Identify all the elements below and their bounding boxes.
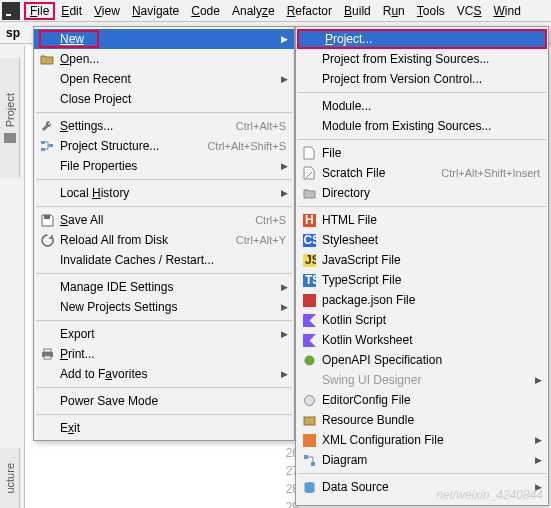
menubar-view[interactable]: View — [88, 2, 126, 20]
menu-save-all[interactable]: Save AllCtrl+S — [34, 210, 294, 230]
folder-icon — [300, 185, 318, 201]
save-icon — [38, 212, 56, 228]
svg-rect-1 — [6, 14, 11, 16]
app-icon — [2, 2, 20, 20]
svg-point-18 — [304, 355, 314, 365]
svg-text:JS: JS — [305, 254, 316, 267]
reload-icon — [38, 232, 56, 248]
svg-rect-8 — [44, 356, 51, 359]
menu-invalidate[interactable]: Invalidate Caches / Restart... — [34, 250, 294, 270]
bundle-icon — [300, 412, 318, 428]
menu-new-stylesheet[interactable]: CSSStylesheet — [296, 230, 548, 250]
menu-close-project[interactable]: Close Project — [34, 89, 294, 109]
menu-new-vcs[interactable]: Project from Version Control... — [296, 69, 548, 89]
svg-rect-2 — [41, 141, 45, 144]
kotlin-ws-icon — [300, 332, 318, 348]
css-icon: CSS — [300, 232, 318, 248]
svg-rect-7 — [44, 349, 51, 352]
menu-export[interactable]: Export▶ — [34, 324, 294, 344]
datasource-icon — [300, 479, 318, 495]
menu-favorites[interactable]: Add to Favorites▶ — [34, 364, 294, 384]
menu-new-html[interactable]: HHTML File — [296, 210, 548, 230]
menu-new-proj-settings[interactable]: New Projects Settings▶ — [34, 297, 294, 317]
menu-new-diagram[interactable]: Diagram▶ — [296, 450, 548, 470]
menu-new-xml-config[interactable]: XML Configuration File▶ — [296, 430, 548, 450]
xml-icon — [300, 432, 318, 448]
svg-rect-3 — [41, 148, 45, 151]
new-submenu: Project... Project from Existing Sources… — [295, 26, 549, 506]
menu-new-scratch[interactable]: Scratch FileCtrl+Alt+Shift+Insert — [296, 163, 548, 183]
menu-open-recent[interactable]: Open Recent▶ — [34, 69, 294, 89]
menu-reload[interactable]: Reload All from DiskCtrl+Alt+Y — [34, 230, 294, 250]
menu-new-openapi[interactable]: OpenAPI Specification — [296, 350, 548, 370]
menubar-navigate[interactable]: Navigate — [126, 2, 185, 20]
menu-new-module-existing[interactable]: Module from Existing Sources... — [296, 116, 548, 136]
menubar-code[interactable]: Code — [185, 2, 226, 20]
menu-new-directory[interactable]: Directory — [296, 183, 548, 203]
menu-print[interactable]: Print... — [34, 344, 294, 364]
menu-new-project[interactable]: Project... — [297, 29, 547, 49]
menu-new-swing[interactable]: Swing UI Designer▶ — [296, 370, 548, 390]
js-icon: JS — [300, 252, 318, 268]
menubar-vcs[interactable]: VCS — [451, 2, 488, 20]
menu-local-history[interactable]: Local History▶ — [34, 183, 294, 203]
menu-power-save[interactable]: Power Save Mode — [34, 391, 294, 411]
menubar-tools[interactable]: Tools — [411, 2, 451, 20]
menubar: FFileile Edit View Navigate Code Analyze… — [0, 0, 551, 22]
menubar-edit[interactable]: Edit — [55, 2, 88, 20]
menu-new-typescript[interactable]: TSTypeScript File — [296, 270, 548, 290]
svg-rect-21 — [303, 434, 316, 447]
ts-icon: TS — [300, 272, 318, 288]
file-menu: New▶ Open... Open Recent▶ Close Project … — [33, 26, 295, 441]
menu-new-resource-bundle[interactable]: Resource Bundle — [296, 410, 548, 430]
svg-point-19 — [304, 395, 314, 405]
menu-exit[interactable]: Exit — [34, 418, 294, 438]
kotlin-icon — [300, 312, 318, 328]
wrench-icon — [38, 118, 56, 134]
svg-text:TS: TS — [305, 274, 316, 287]
menubar-refactor[interactable]: Refactor — [281, 2, 338, 20]
diagram-icon — [300, 452, 318, 468]
svg-rect-5 — [44, 215, 50, 219]
menu-file-properties[interactable]: File Properties▶ — [34, 156, 294, 176]
folder-open-icon — [38, 51, 56, 67]
svg-rect-20 — [304, 417, 315, 425]
menu-new-editorconfig[interactable]: EditorConfig File — [296, 390, 548, 410]
menubar-file[interactable]: FFileile — [24, 2, 55, 20]
menubar-build[interactable]: Build — [338, 2, 377, 20]
svg-text:CSS: CSS — [303, 234, 316, 247]
menu-new-existing[interactable]: Project from Existing Sources... — [296, 49, 548, 69]
menu-manage-ide[interactable]: Manage IDE Settings▶ — [34, 277, 294, 297]
menu-new-kotlin-script[interactable]: Kotlin Script — [296, 310, 548, 330]
menu-settings[interactable]: Settings...Ctrl+Alt+S — [34, 116, 294, 136]
menu-open[interactable]: Open... — [34, 49, 294, 69]
file-icon — [300, 145, 318, 161]
svg-rect-17 — [303, 294, 316, 307]
menu-new-kotlin-ws[interactable]: Kotlin Worksheet — [296, 330, 548, 350]
side-tab-structure[interactable]: ucture — [0, 448, 20, 508]
openapi-icon — [300, 352, 318, 368]
menu-new[interactable]: New▶ — [34, 29, 294, 49]
menubar-analyze[interactable]: Analyze — [226, 2, 281, 20]
svg-text:H: H — [305, 214, 314, 227]
menu-new-data-source[interactable]: Data Source▶ — [296, 477, 548, 497]
menubar-window[interactable]: Wind — [487, 2, 526, 20]
folder-icon — [4, 133, 16, 143]
print-icon — [38, 346, 56, 362]
menu-new-javascript[interactable]: JSJavaScript File — [296, 250, 548, 270]
menu-project-structure[interactable]: Project Structure...Ctrl+Alt+Shift+S — [34, 136, 294, 156]
side-tab-project[interactable]: Project — [0, 58, 20, 178]
menu-new-file[interactable]: File — [296, 143, 548, 163]
html-icon: H — [300, 212, 318, 228]
menu-new-package-json[interactable]: package.json File — [296, 290, 548, 310]
project-breadcrumb: sp — [6, 26, 20, 40]
menu-new-module[interactable]: Module... — [296, 96, 548, 116]
structure-icon — [38, 138, 56, 154]
editorconfig-icon — [300, 392, 318, 408]
menubar-run[interactable]: Run — [377, 2, 411, 20]
scratch-icon — [300, 165, 318, 181]
svg-rect-22 — [304, 455, 308, 459]
npm-icon — [300, 292, 318, 308]
